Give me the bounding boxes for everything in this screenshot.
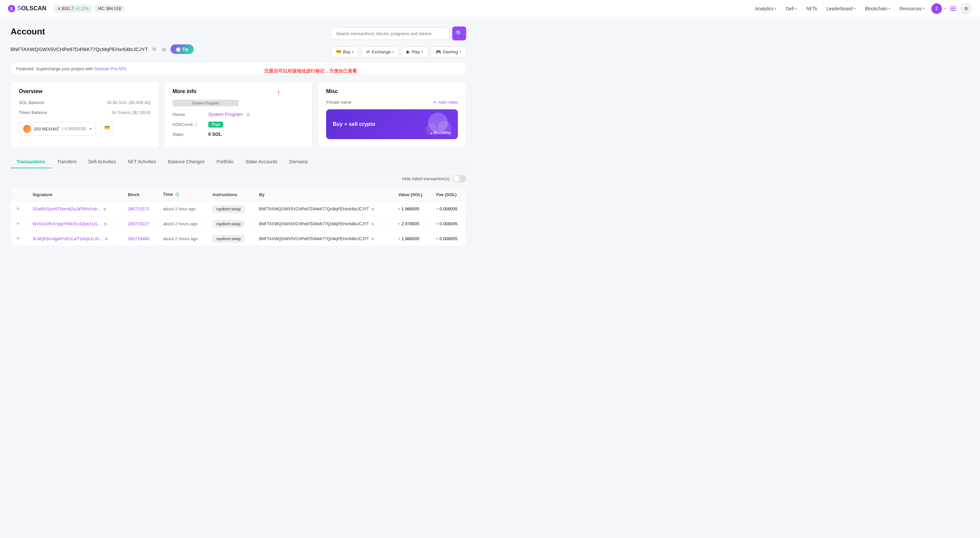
private-name-label: Private name: [326, 100, 430, 105]
table-row: 👁 5LNQ63crwjpkFuR1LwT1enpUzJh... ⧉ 28071…: [11, 231, 466, 246]
nav-resources[interactable]: Resources ▾: [896, 4, 929, 13]
nav-defi[interactable]: Defi ▾: [782, 4, 801, 13]
qr-code-button[interactable]: ⊞: [161, 46, 167, 53]
owner-label: Owner: [172, 112, 205, 117]
tab-balance-changes[interactable]: Balance Changes: [162, 156, 211, 168]
signature-link-3[interactable]: 5LNQ63crwjpkFuR1LwT1enpUzJh...: [32, 236, 102, 241]
qr-icon: ⊞: [162, 47, 166, 52]
wallet-address: BNFTAXWQGWX5VCHPe87D4hkK77QcMqPEHxr64brJ…: [11, 46, 148, 52]
nav-blockchain[interactable]: Blockchain ▾: [861, 4, 894, 13]
copy-address-button[interactable]: ⧉: [151, 46, 157, 53]
copy-by-1-icon: ⧉: [371, 207, 374, 211]
value-3: 1.988005: [402, 236, 420, 241]
overview-card: Overview SOL Balance 30.86 SOL ($5,608.4…: [11, 81, 159, 148]
copy-sig-1-button[interactable]: ⧉: [102, 205, 108, 212]
logo-s: S: [17, 5, 21, 11]
user-dropdown-arrow[interactable]: ▾: [945, 6, 946, 10]
logo[interactable]: S SOLSCAN: [8, 5, 46, 12]
signature-cell-2: WxSe335UVqqj7H5kTcz4Zps21zL... ⧉: [27, 216, 123, 231]
time-cell-2: about 2 hours ago: [158, 216, 207, 231]
hamburger-menu[interactable]: [949, 5, 958, 12]
signature-link-2[interactable]: WxSe335UVqqj7H5kTcz4Zps21zL...: [32, 221, 102, 226]
eye-icon-2[interactable]: 👁: [16, 221, 21, 226]
nav-leaderboard[interactable]: Leaderboard ▾: [822, 4, 859, 13]
by-address-1: BNFTAXWQGWX5VCHPe87D4hkK77QcMqPEHxr64brJ…: [259, 207, 369, 211]
fee-cell-2: ≡ 0.008005: [431, 216, 466, 231]
settings-icon-btn[interactable]: ⚙: [960, 3, 972, 14]
tab-stake-accounts[interactable]: Stake Accounts: [239, 156, 283, 168]
annotation-arrow-icon: ↑: [277, 88, 281, 97]
nav-links: Analytics ▾ Defi ▾ NFTs Leaderboard ▾ Bl…: [751, 4, 929, 13]
isoncurve-badge: True: [208, 121, 223, 128]
block-link-1[interactable]: 280721572: [128, 206, 149, 211]
col-time: Time ⓘ: [158, 188, 207, 201]
copy-by-2-button[interactable]: ⧉: [370, 220, 375, 227]
block-link-2[interactable]: 280719227: [128, 221, 149, 226]
tab-defi-activities[interactable]: Defi Activities: [83, 156, 122, 168]
signature-cell-3: 5LNQ63crwjpkFuR1LwT1enpUzJh... ⧉: [27, 231, 123, 246]
featured-banner: Featured: Supercharge your project with …: [11, 62, 466, 75]
eye-icon-1[interactable]: 👁: [16, 206, 21, 211]
play-icon: ▶: [407, 49, 410, 54]
buy-button[interactable]: 💳 Buy ▾: [331, 46, 359, 57]
tab-nft-activities[interactable]: NFT Activities: [122, 156, 162, 168]
tab-transactions[interactable]: Transactions: [11, 156, 51, 168]
featured-link[interactable]: Solscan Pro API!: [94, 66, 127, 71]
copy-sig-2-button[interactable]: ⧉: [103, 220, 108, 227]
instruction-badge-3: raydium:swap: [213, 235, 244, 243]
copy-by-3-button[interactable]: ⧉: [370, 235, 375, 242]
nav-analytics[interactable]: Analytics ▾: [751, 4, 780, 13]
buy-arrow-icon: ▾: [352, 50, 353, 54]
token-icon: [23, 125, 31, 133]
tab-transfers[interactable]: Transfers: [51, 156, 83, 168]
tab-portfolio[interactable]: Portfolio: [210, 156, 239, 168]
eye-icon-3[interactable]: 👁: [16, 236, 21, 241]
copy-by-1-button[interactable]: ⧉: [370, 205, 375, 212]
leaderboard-arrow-icon: ▾: [854, 6, 856, 10]
token-card-button[interactable]: 💳: [101, 121, 113, 134]
value-cell-3: ≡ 1.988005: [393, 231, 431, 246]
solscan-logo-icon: S: [8, 5, 15, 12]
nav-right: 2 ▾ ⚙: [931, 3, 972, 14]
gaming-button[interactable]: 🎮 Gaming ▾: [431, 46, 466, 57]
by-cell-1: BNFTAXWQGWX5VCHPe87D4hkK77QcMqPEHxr64brJ…: [254, 201, 393, 216]
overview-title: Overview: [19, 88, 151, 94]
user-badge[interactable]: 2: [931, 3, 942, 14]
nav-nfts[interactable]: NFTs: [802, 4, 821, 13]
moonpay-banner[interactable]: Buy + sell crypto ⬥ MoonPay: [326, 109, 458, 139]
block-link-3[interactable]: 280718488: [128, 236, 149, 241]
add-notes-button[interactable]: ✏ Add notes: [433, 100, 458, 105]
fee-2: 0.008005: [440, 221, 458, 226]
play-arrow-icon: ▾: [422, 50, 423, 54]
owner-system-program-link[interactable]: System Program: [208, 112, 243, 117]
tab-domains[interactable]: Domains: [283, 156, 313, 168]
tip-button[interactable]: ◉ Tip: [170, 45, 194, 54]
defi-arrow-icon: ▾: [795, 6, 797, 10]
search-input[interactable]: [331, 27, 450, 40]
copy-by-3-icon: ⧉: [371, 237, 374, 241]
signature-cell-1: 2Sai8VSpvNTNmn62aJtPR6vXoh... ⧉: [27, 201, 123, 216]
play-button[interactable]: ▶ Play ▾: [402, 46, 428, 57]
gaming-arrow-icon: ▾: [460, 50, 461, 54]
token-selector[interactable]: 250 REXHAT (~0.869933$) ▾: [19, 122, 96, 136]
page-header: Account 🔍: [11, 27, 466, 40]
fee-cell-3: ≡ 0.008005: [431, 231, 466, 246]
block-cell-3: 280718488: [123, 231, 158, 246]
stake-row: Stake 0 SOL: [172, 131, 304, 137]
search-button[interactable]: 🔍: [452, 27, 466, 40]
token-balance-label: Token Balance: [19, 110, 47, 115]
hide-failed-toggle[interactable]: [453, 175, 466, 182]
copy-owner-button[interactable]: ⧉: [245, 111, 251, 118]
exchange-button[interactable]: ⇄ Exchange ▾: [361, 46, 399, 57]
sol-balance-row: SOL Balance 30.86 SOL ($5,608.46): [19, 100, 151, 105]
col-value: Value (SOL): [393, 188, 431, 201]
copy-sig-3-button[interactable]: ⧉: [103, 235, 109, 242]
col-block: Block: [123, 188, 158, 201]
resources-arrow-icon: ▾: [923, 6, 925, 10]
tip-coin-icon: ◉: [176, 46, 180, 52]
exchange-arrow-icon: ▾: [392, 50, 394, 54]
table-row: 👁 2Sai8VSpvNTNmn62aJtPR6vXoh... ⧉ 280721…: [11, 201, 466, 216]
col-eye: [11, 188, 27, 201]
fee-cell-1: ≡ 0.008005: [431, 201, 466, 216]
signature-link-1[interactable]: 2Sai8VSpvNTNmn62aJtPR6vXoh...: [32, 206, 101, 211]
